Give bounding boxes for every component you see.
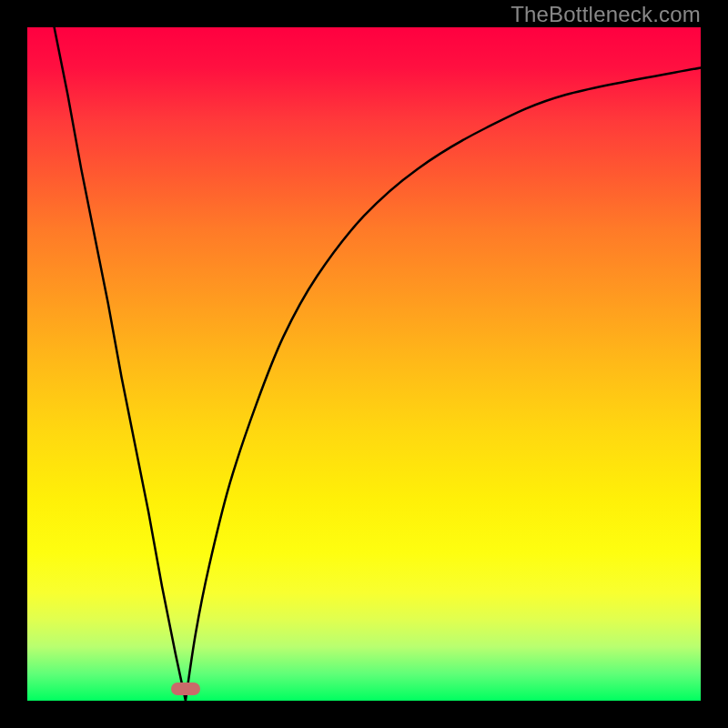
- watermark-text: TheBottleneck.com: [511, 2, 701, 27]
- bottleneck-curve: [27, 27, 701, 701]
- optimum-marker: [171, 682, 200, 695]
- plot-area: [27, 27, 701, 701]
